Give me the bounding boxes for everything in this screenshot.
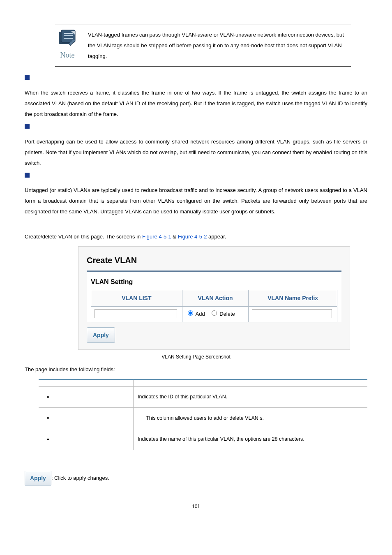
col-header-vlan-list: VLAN LIST (91, 290, 182, 307)
intro-amp: & (171, 234, 178, 240)
field-object-cell (39, 429, 134, 450)
radio-delete[interactable] (212, 310, 217, 316)
bullet-icon (43, 416, 56, 421)
section-bullet-icon (25, 173, 30, 178)
buttons-section: Apply: Click to apply changes. (25, 471, 367, 486)
radio-add-label[interactable]: Add (186, 311, 205, 317)
table-row: Indicates the name of this particular VL… (39, 429, 367, 450)
table-row: Indicates the ID of this particular VLAN… (39, 387, 367, 408)
bullet-icon (43, 395, 56, 400)
section-bullet-icon (25, 75, 30, 80)
col-header-vlan-prefix: VLAN Name Prefix (249, 290, 337, 307)
figure-ref-1[interactable]: Figure 4-5-1 (142, 234, 171, 240)
field-desc-2: Indicates the name of this particular VL… (134, 429, 368, 450)
radio-delete-text: Delete (219, 311, 235, 317)
section-1-text: When the switch receives a frame, it cla… (25, 88, 367, 120)
figure-ref-2[interactable]: Figure 4-5-2 (178, 234, 207, 240)
field-desc-0: Indicates the ID of this particular VLAN… (134, 387, 368, 408)
fields-table: Indicates the ID of this particular VLAN… (39, 379, 367, 450)
field-desc-1: This column allowed users to add or dele… (134, 408, 368, 429)
note-icon (57, 29, 78, 47)
vlan-setting-panel: VLAN Setting VLAN LIST VLAN Action VLAN … (87, 271, 341, 322)
figure-caption: VLAN Setting Page Screenshot (25, 352, 367, 362)
vlan-prefix-cell (249, 306, 337, 322)
apply-caption: : Click to apply changes. (51, 474, 109, 481)
vlan-prefix-input[interactable] (252, 309, 332, 318)
create-vlan-intro: Create/delete VLAN on this page. The scr… (25, 231, 367, 242)
field-object-cell (39, 408, 134, 429)
fields-intro: The page includes the following fields: (25, 364, 367, 375)
bullet-icon (43, 437, 56, 443)
section-3-text: Untagged (or static) VLANs are typically… (25, 185, 367, 217)
screenshot-title: Create VLAN (87, 252, 341, 268)
section-bullet-icon (25, 124, 30, 129)
apply-button[interactable]: Apply (87, 327, 115, 343)
radio-add-text: Add (196, 311, 205, 317)
fields-header-object (39, 379, 134, 387)
radio-add[interactable] (188, 310, 193, 316)
apply-button-inline[interactable]: Apply (25, 471, 51, 486)
vlan-setting-screenshot: Create VLAN VLAN Setting VLAN LIST VLAN … (78, 246, 350, 350)
page-number: 101 (25, 502, 367, 511)
note-label: Note (55, 48, 80, 62)
vlan-setting-legend: VLAN Setting (91, 276, 337, 288)
vlan-list-input[interactable] (95, 309, 177, 318)
vlan-list-cell (91, 306, 182, 322)
field-object-cell (39, 387, 134, 408)
radio-delete-label[interactable]: Delete (210, 311, 235, 317)
note-icon-column: Note (55, 29, 80, 62)
fields-header-description (134, 379, 368, 387)
intro-text-2: appear. (207, 234, 226, 240)
vlan-setting-table: VLAN LIST VLAN Action VLAN Name Prefix A… (91, 290, 337, 322)
table-row: This column allowed users to add or dele… (39, 408, 367, 429)
section-2-text: Port overlapping can be used to allow ac… (25, 136, 367, 169)
col-header-vlan-action: VLAN Action (182, 290, 249, 307)
vlan-action-cell: Add Delete (182, 306, 249, 322)
intro-text-1: Create/delete VLAN on this page. The scr… (25, 234, 142, 240)
note-callout: Note VLAN-tagged frames can pass through… (55, 25, 351, 67)
note-text: VLAN-tagged frames can pass through VLAN… (88, 30, 351, 62)
